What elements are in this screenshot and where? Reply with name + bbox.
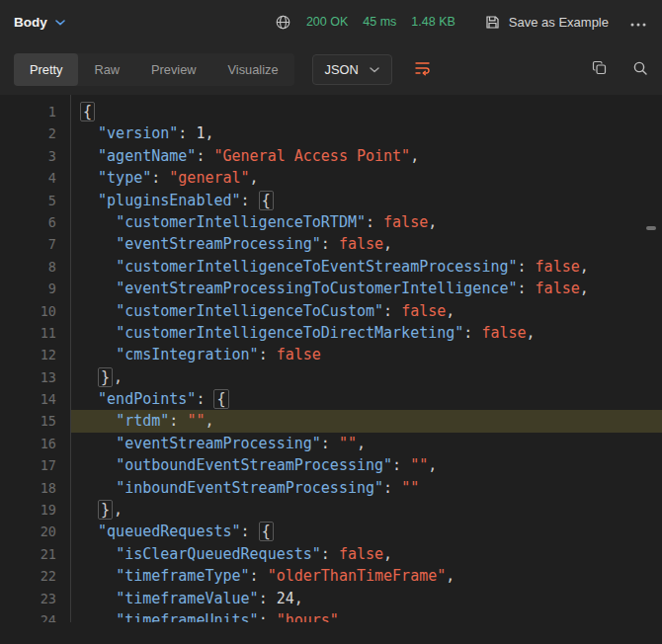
line-number: 10 <box>0 300 56 322</box>
code-line[interactable]: 10 "customerIntelligenceToCustom": false… <box>0 300 662 322</box>
line-number: 19 <box>0 499 56 521</box>
line-content: "type": "general", <box>70 167 662 189</box>
line-content: "customerIntelligenceToCustom": false, <box>70 300 662 322</box>
horizontal-scrollbar-track[interactable] <box>0 622 662 644</box>
tab-pretty[interactable]: Pretty <box>14 53 78 86</box>
format-label: JSON <box>325 62 359 77</box>
line-number: 2 <box>0 122 56 144</box>
line-content: "timeframeUnits": "hours", <box>70 609 662 622</box>
vertical-scrollbar-thumb[interactable] <box>646 226 656 230</box>
line-number: 8 <box>0 256 56 278</box>
code-line[interactable]: 18 "inboundEventStreamProcessing": "" <box>0 477 662 499</box>
line-number: 11 <box>0 322 56 344</box>
tab-raw[interactable]: Raw <box>78 53 135 86</box>
status-badge[interactable]: 200 OK <box>306 15 348 29</box>
response-time[interactable]: 45 ms <box>363 15 396 29</box>
code-line[interactable]: 15 "rtdm": "", <box>0 410 662 432</box>
globe-icon[interactable] <box>275 14 291 31</box>
search-icon <box>632 60 648 79</box>
code-line[interactable]: 24 "timeframeUnits": "hours", <box>0 609 662 622</box>
line-content: "inboundEventStreamProcessing": "" <box>70 477 662 499</box>
line-number: 18 <box>0 477 56 499</box>
code-line[interactable]: 4 "type": "general", <box>0 167 662 189</box>
line-content: }, <box>70 366 662 388</box>
save-as-example-button[interactable]: Save as Example <box>485 15 609 30</box>
code-line[interactable]: 2 "version": 1, <box>0 122 662 144</box>
response-meta: 200 OK 45 ms 1.48 KB <box>275 14 455 31</box>
line-content: "timeframeType": "olderThanTimeFrame", <box>70 565 662 587</box>
code-line[interactable]: 13 }, <box>0 366 662 388</box>
tab-preview[interactable]: Preview <box>135 53 212 86</box>
line-content: "eventStreamProcessing": "", <box>70 433 662 454</box>
line-number: 9 <box>0 278 56 299</box>
response-size[interactable]: 1.48 KB <box>411 15 455 29</box>
line-content: "outboundEventStreamProcessing": "", <box>70 454 662 476</box>
code-line[interactable]: 17 "outboundEventStreamProcessing": "", <box>0 454 662 476</box>
code-line[interactable]: 12 "cmsIntegration": false <box>0 344 662 365</box>
code-line[interactable]: 23 "timeframeValue": 24, <box>0 588 662 609</box>
code-line[interactable]: 20 "queuedRequests": { <box>0 521 662 542</box>
line-number: 14 <box>0 388 56 410</box>
line-content: "eventStreamProcessing": false, <box>70 233 662 255</box>
response-view-tabs: Pretty Raw Preview Visualize <box>14 53 294 86</box>
line-number: 12 <box>0 344 56 365</box>
line-content: "timeframeValue": 24, <box>70 588 662 609</box>
line-number: 4 <box>0 167 56 189</box>
search-button[interactable] <box>632 60 648 79</box>
line-number: 22 <box>0 565 56 587</box>
copy-button[interactable] <box>592 60 607 78</box>
chevron-down-icon <box>370 67 379 73</box>
response-body-editor[interactable]: 1{2 "version": 1,3 "agentName": "General… <box>0 95 662 622</box>
chevron-down-icon <box>55 20 65 26</box>
line-content: "cmsIntegration": false <box>70 344 662 365</box>
code-line[interactable]: 1{ <box>0 101 662 122</box>
line-number: 21 <box>0 543 56 565</box>
code-line[interactable]: 5 "pluginsEnabled": { <box>0 190 662 211</box>
line-number: 7 <box>0 233 56 255</box>
line-content: "pluginsEnabled": { <box>70 190 662 211</box>
copy-icon <box>592 60 607 78</box>
line-content: { <box>70 101 662 122</box>
gutter-separator <box>70 95 71 622</box>
more-options-icon <box>630 15 646 30</box>
body-label: Body <box>14 15 47 30</box>
code-line[interactable]: 7 "eventStreamProcessing": false, <box>0 233 662 255</box>
line-content: }, <box>70 499 662 521</box>
line-number: 23 <box>0 588 56 609</box>
format-dropdown[interactable]: JSON <box>312 54 392 85</box>
response-header: Body 200 OK 45 ms 1.48 KB Save as Exampl… <box>0 0 662 43</box>
line-number: 24 <box>0 609 56 622</box>
more-options-button[interactable] <box>628 11 648 34</box>
code-line[interactable]: 11 "customerIntelligenceToDirectMarketin… <box>0 322 662 344</box>
line-content: "customerIntelligenceToRTDM": false, <box>70 211 662 233</box>
code-line[interactable]: 14 "endPoints": { <box>0 388 662 410</box>
response-toolbar: Pretty Raw Preview Visualize JSON <box>0 43 662 95</box>
line-content: "endPoints": { <box>70 388 662 410</box>
code-line[interactable]: 22 "timeframeType": "olderThanTimeFrame"… <box>0 565 662 587</box>
code-line[interactable]: 16 "eventStreamProcessing": "", <box>0 433 662 454</box>
line-number: 5 <box>0 190 56 211</box>
line-content: "eventStreamProcessingToCustomerIntellig… <box>70 278 662 299</box>
code-line[interactable]: 21 "isClearQueuedRequests": false, <box>0 543 662 565</box>
body-dropdown[interactable]: Body <box>14 15 65 30</box>
code-line[interactable]: 9 "eventStreamProcessingToCustomerIntell… <box>0 278 662 299</box>
wrap-lines-button[interactable] <box>410 56 435 83</box>
line-number: 3 <box>0 145 56 167</box>
line-content: "version": 1, <box>70 122 662 144</box>
save-icon <box>485 15 500 30</box>
toolbar-right-icons <box>592 60 648 79</box>
code-lines: 1{2 "version": 1,3 "agentName": "General… <box>0 101 662 622</box>
code-line[interactable]: 8 "customerIntelligenceToEventStreamProc… <box>0 256 662 278</box>
line-number: 15 <box>0 410 56 432</box>
code-line[interactable]: 6 "customerIntelligenceToRTDM": false, <box>0 211 662 233</box>
wrap-lines-icon <box>414 60 431 79</box>
line-number: 13 <box>0 366 56 388</box>
code-line[interactable]: 3 "agentName": "General Access Point", <box>0 145 662 167</box>
tab-visualize[interactable]: Visualize <box>212 53 294 86</box>
line-number: 17 <box>0 454 56 476</box>
code-line[interactable]: 19 }, <box>0 499 662 521</box>
line-content: "isClearQueuedRequests": false, <box>70 543 662 565</box>
line-content: "customerIntelligenceToEventStreamProces… <box>70 256 662 278</box>
line-content: "customerIntelligenceToDirectMarketing":… <box>70 322 662 344</box>
line-number: 20 <box>0 521 56 542</box>
